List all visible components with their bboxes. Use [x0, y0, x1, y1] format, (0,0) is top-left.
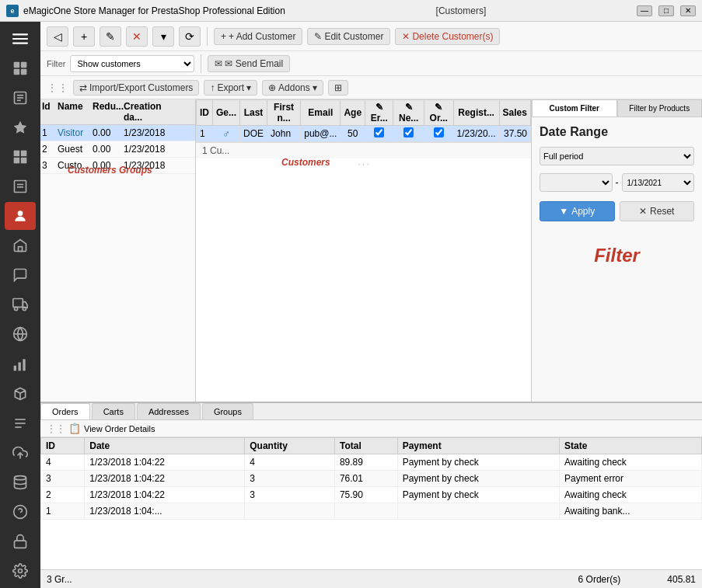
- sidebar-item-globe[interactable]: [5, 320, 36, 348]
- sidebar-item-lock[interactable]: [5, 527, 36, 555]
- filter-by-products-tab[interactable]: Filter by Products: [617, 99, 703, 117]
- sidebar-item-shipping[interactable]: [5, 291, 36, 318]
- sidebar-item-products[interactable]: [5, 143, 36, 171]
- svg-rect-6: [21, 69, 27, 75]
- sidebar-item-customers[interactable]: [5, 202, 36, 230]
- customer-name-3: Custo...: [58, 160, 93, 171]
- er-checkbox[interactable]: [374, 127, 384, 137]
- customer-row-1[interactable]: 1 Visitor 0.00 1/23/2018: [40, 125, 195, 141]
- tab-carts[interactable]: Carts: [92, 403, 135, 419]
- sidebar-item-messages[interactable]: [5, 261, 36, 289]
- right-panel-content: Date Range Full period Today Last 7 days…: [532, 117, 702, 402]
- sidebar-item-dashboard[interactable]: [5, 54, 36, 82]
- col-name-header: Name: [58, 101, 93, 123]
- delete-customer-button[interactable]: ✕ Delete Customer(s): [395, 28, 500, 45]
- drag-handle2: ⋮⋮: [47, 423, 65, 434]
- sidebar-item-settings2[interactable]: [5, 409, 36, 437]
- tab-addresses[interactable]: Addresses: [137, 403, 201, 419]
- sidebar-item-help[interactable]: [5, 498, 36, 526]
- orders-table-area: ID Date Quantity Total Payment State 4 1…: [40, 437, 702, 569]
- add-customer-button[interactable]: + + Add Customer: [214, 28, 302, 45]
- customer-list-panel: Id Name Redu... Creation da... 1 Visitor…: [40, 99, 196, 402]
- status-bar: 3 Gr... 6 Order(s) 405.81: [40, 569, 702, 588]
- sidebar-item-database[interactable]: [5, 468, 36, 496]
- titlebar: e eMagicOne Store Manager for PrestaShop…: [0, 0, 702, 22]
- tab-orders[interactable]: Orders: [40, 403, 90, 419]
- ne-checkbox[interactable]: [403, 127, 414, 137]
- svg-rect-28: [23, 359, 25, 371]
- sidebar-item-stats[interactable]: [5, 350, 36, 378]
- refresh-button[interactable]: ⟳: [179, 26, 201, 47]
- app-icon: e: [6, 5, 19, 17]
- sidebar-item-catalog[interactable]: [5, 172, 36, 200]
- sidebar-item-plugins[interactable]: [5, 380, 36, 408]
- orders-icon-btn: 📋: [68, 423, 81, 434]
- svg-rect-36: [15, 541, 26, 548]
- customer-row-3[interactable]: 3 Custo... 0.00 1/23/2018: [40, 158, 195, 174]
- sidebar: [0, 22, 40, 588]
- date-to-select[interactable]: 1/13/2021: [622, 173, 695, 192]
- th-email: Email: [301, 100, 341, 126]
- sidebar-item-addresses[interactable]: [5, 231, 36, 259]
- filter-label: Filter: [47, 59, 65, 68]
- svg-point-33: [15, 475, 26, 479]
- close-button[interactable]: ✕: [680, 5, 696, 16]
- edit-customer-button[interactable]: ✎ Edit Customer: [307, 28, 390, 45]
- orders-total: 405.81: [667, 574, 696, 585]
- svg-rect-14: [14, 158, 20, 164]
- th-last: Last: [240, 100, 267, 126]
- order-row-3[interactable]: 2 1/23/2018 1:04:22 3 75.90 Payment by c…: [41, 487, 702, 503]
- td-first: John: [267, 126, 301, 142]
- drag-handle: ⋮⋮: [47, 82, 68, 94]
- delete-button[interactable]: ✕: [126, 26, 148, 47]
- import-export-button[interactable]: ⇄ Import/Export Customers: [73, 80, 199, 96]
- filter-icon: ▼: [559, 206, 568, 217]
- col-created-header: Creation da...: [124, 101, 178, 123]
- filter-icon-button[interactable]: ⊞: [328, 80, 348, 96]
- th-order-total: Total: [334, 438, 397, 454]
- th-age: Age: [341, 100, 365, 126]
- edit-button[interactable]: ✎: [100, 26, 121, 47]
- separator1: [207, 27, 208, 46]
- apply-button[interactable]: ▼ Apply: [540, 201, 615, 221]
- add-customer-icon: +: [221, 31, 226, 42]
- back-button[interactable]: ◁: [47, 26, 68, 47]
- date-from-select[interactable]: [540, 173, 613, 192]
- table-row[interactable]: 1 ♂ DOE John pub@... 50 1/23/20... 37.50: [197, 126, 531, 142]
- sidebar-item-gear[interactable]: [5, 557, 36, 585]
- filter-select[interactable]: Show all customers Show customers Active…: [70, 55, 194, 72]
- minimize-button[interactable]: —: [637, 5, 652, 16]
- svg-marker-11: [14, 121, 27, 134]
- td-sales: 37.50: [499, 126, 530, 142]
- sidebar-item-orders[interactable]: [5, 84, 36, 112]
- sidebar-item-upload[interactable]: [5, 439, 36, 467]
- sidebar-item-favorites[interactable]: [5, 113, 36, 141]
- send-email-button[interactable]: ✉ ✉ Send Email: [208, 55, 290, 72]
- edit-customer-icon: ✎: [314, 31, 322, 42]
- custom-filter-tab[interactable]: Custom Filter: [532, 99, 617, 117]
- or-checkbox[interactable]: [434, 127, 444, 137]
- date-range-title: Date Range: [540, 125, 694, 139]
- tab-groups[interactable]: Groups: [202, 403, 253, 419]
- addons-button[interactable]: ⊕ Addons ▾: [262, 80, 323, 96]
- sidebar-item-menu[interactable]: [5, 25, 36, 53]
- date-range-inputs: - 1/13/2021: [540, 173, 694, 192]
- right-panel-tabs: Custom Filter Filter by Products: [532, 99, 702, 117]
- maximize-button[interactable]: □: [658, 5, 674, 16]
- order-row-2[interactable]: 3 1/23/2018 1:04:22 3 76.01 Payment by c…: [41, 471, 702, 487]
- bottom-tabs: Orders Carts Addresses Groups: [40, 403, 702, 420]
- svg-rect-20: [19, 247, 23, 252]
- action-bar: ⋮⋮ ⇄ Import/Export Customers ↑ Export ▾ …: [40, 76, 702, 99]
- order-row-1[interactable]: 4 1/23/2018 1:04:22 4 89.89 Payment by c…: [41, 454, 702, 471]
- customer-row-2[interactable]: 2 Guest 0.00 1/23/2018: [40, 141, 195, 158]
- td-gender: ♂: [213, 126, 240, 142]
- th-first: First n...: [267, 100, 301, 126]
- reset-button[interactable]: ✕ Reset: [620, 201, 695, 221]
- export-button[interactable]: ↑ Export ▾: [204, 80, 257, 96]
- svg-rect-4: [21, 62, 27, 68]
- period-select[interactable]: Full period Today Last 7 days Last 30 da…: [540, 147, 694, 165]
- th-order-id: ID: [41, 438, 85, 454]
- dropdown-button[interactable]: ▾: [152, 26, 174, 47]
- add-button[interactable]: +: [73, 26, 95, 47]
- order-row-4[interactable]: 1 1/23/2018 1:04:... Awaiting bank...: [41, 503, 702, 520]
